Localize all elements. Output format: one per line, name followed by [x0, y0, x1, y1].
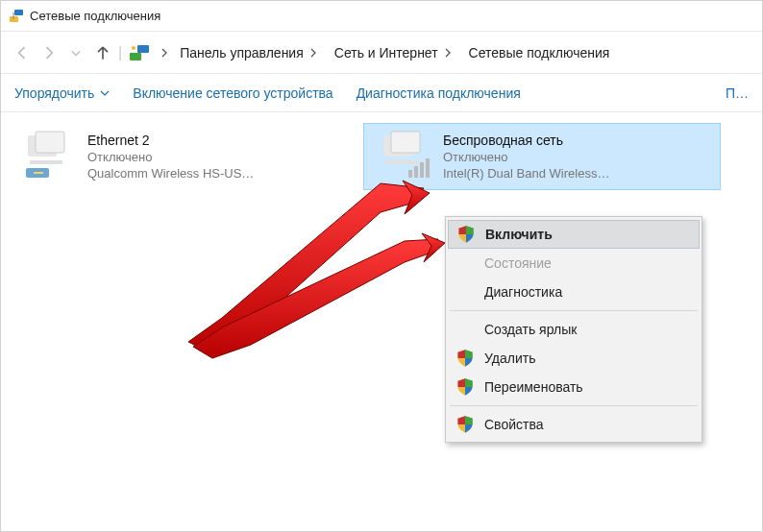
- blank-icon: [455, 254, 475, 273]
- connection-info: Ethernet 2 Отключено Qualcomm Wireless H…: [87, 130, 254, 183]
- menu-label: Создать ярлык: [484, 322, 577, 337]
- nav-back-button[interactable]: [9, 39, 36, 66]
- window-icon: [9, 9, 24, 24]
- title-bar: Сетевые подключения: [1, 1, 762, 32]
- svg-rect-2: [137, 45, 149, 53]
- breadcrumb-label: Сетевые подключения: [469, 45, 610, 60]
- shield-icon: [455, 349, 475, 368]
- enable-device-button[interactable]: Включение сетевого устройства: [133, 85, 332, 101]
- breadcrumb-dropdown[interactable]: [155, 44, 174, 61]
- blank-icon: [455, 282, 475, 302]
- connection-device: Intel(R) Dual Band Wireless…: [443, 166, 609, 181]
- breadcrumb-item-2[interactable]: Сетевые подключения: [463, 41, 616, 64]
- menu-item-status: Состояние: [448, 249, 700, 278]
- svg-rect-3: [130, 53, 141, 60]
- ethernet-disabled-icon: [18, 130, 80, 183]
- breadcrumb-item-1[interactable]: Сеть и Интернет: [329, 41, 463, 64]
- svg-point-4: [132, 46, 135, 50]
- organize-button[interactable]: Упорядочить: [14, 85, 110, 101]
- menu-item-properties[interactable]: Свойства: [448, 410, 700, 439]
- svg-marker-19: [422, 233, 445, 262]
- menu-label: Свойства: [484, 417, 543, 432]
- wireless-disabled-icon: [374, 130, 435, 183]
- context-menu: Включить Состояние Диагностика Создать я…: [445, 216, 702, 443]
- menu-separator: [450, 310, 698, 311]
- toolbar-overflow[interactable]: П…: [726, 85, 749, 101]
- connection-item-wireless[interactable]: Беспроводная сеть Отключено Intel(R) Dua…: [364, 124, 720, 189]
- connection-status: Отключено: [87, 150, 254, 164]
- svg-rect-11: [385, 160, 418, 164]
- nav-forward-button[interactable]: [36, 39, 62, 66]
- svg-rect-7: [30, 160, 62, 164]
- organize-label: Упорядочить: [14, 85, 94, 101]
- connection-name: Беспроводная сеть: [443, 133, 609, 148]
- svg-marker-16: [188, 183, 424, 351]
- menu-label: Включить: [485, 227, 553, 242]
- nav-up-button[interactable]: [89, 39, 116, 66]
- svg-rect-12: [408, 170, 412, 178]
- breadcrumb-item-0[interactable]: Панель управления: [174, 41, 329, 64]
- menu-separator: [450, 405, 698, 406]
- blank-icon: [455, 320, 475, 339]
- menu-item-diagnose[interactable]: Диагностика: [448, 278, 700, 306]
- svg-rect-0: [14, 10, 23, 15]
- connection-info: Беспроводная сеть Отключено Intel(R) Dua…: [443, 130, 609, 183]
- connection-item-ethernet[interactable]: Ethernet 2 Отключено Qualcomm Wireless H…: [9, 124, 364, 189]
- menu-item-create-shortcut[interactable]: Создать ярлык: [448, 315, 700, 344]
- breadcrumb-label: Сеть и Интернет: [334, 45, 438, 60]
- toolbar: Упорядочить Включение сетевого устройств…: [1, 74, 762, 112]
- svg-marker-18: [193, 239, 438, 358]
- chevron-right-icon: [160, 48, 168, 58]
- address-bar[interactable]: Панель управления Сеть и Интернет Сетевы…: [128, 41, 754, 64]
- menu-item-delete[interactable]: Удалить: [448, 344, 700, 373]
- menu-label: Переименовать: [484, 379, 583, 395]
- nav-separator: |: [118, 44, 122, 61]
- chevron-down-icon: [100, 89, 110, 97]
- breadcrumb-label: Панель управления: [180, 45, 304, 60]
- nav-recent-dropdown[interactable]: [62, 39, 89, 66]
- overflow-label: П…: [726, 85, 749, 101]
- chevron-right-icon: [444, 48, 452, 58]
- nav-bar: | Панель управления Сеть и Интернет Сете…: [1, 32, 762, 74]
- shield-icon: [455, 377, 475, 397]
- shield-icon: [456, 225, 476, 244]
- connection-status: Отключено: [443, 150, 609, 164]
- menu-label: Удалить: [484, 351, 535, 366]
- connection-name: Ethernet 2: [87, 133, 254, 148]
- diagnose-label: Диагностика подключения: [357, 85, 521, 101]
- enable-device-label: Включение сетевого устройства: [133, 85, 332, 101]
- diagnose-button[interactable]: Диагностика подключения: [357, 85, 521, 101]
- chevron-right-icon: [309, 48, 317, 58]
- connection-device: Qualcomm Wireless HS-US…: [87, 166, 254, 181]
- content-area: Ethernet 2 Отключено Qualcomm Wireless H…: [1, 112, 762, 201]
- menu-item-rename[interactable]: Переименовать: [448, 373, 700, 401]
- svg-rect-15: [426, 158, 430, 178]
- window-title: Сетевые подключения: [30, 9, 160, 23]
- menu-label: Состояние: [484, 255, 552, 271]
- menu-item-enable[interactable]: Включить: [448, 220, 700, 249]
- svg-rect-10: [391, 132, 420, 153]
- menu-label: Диагностика: [484, 284, 562, 300]
- svg-rect-6: [36, 132, 64, 153]
- control-panel-icon: [128, 44, 151, 61]
- svg-rect-13: [414, 166, 418, 178]
- svg-rect-14: [420, 162, 424, 178]
- shield-icon: [455, 415, 475, 434]
